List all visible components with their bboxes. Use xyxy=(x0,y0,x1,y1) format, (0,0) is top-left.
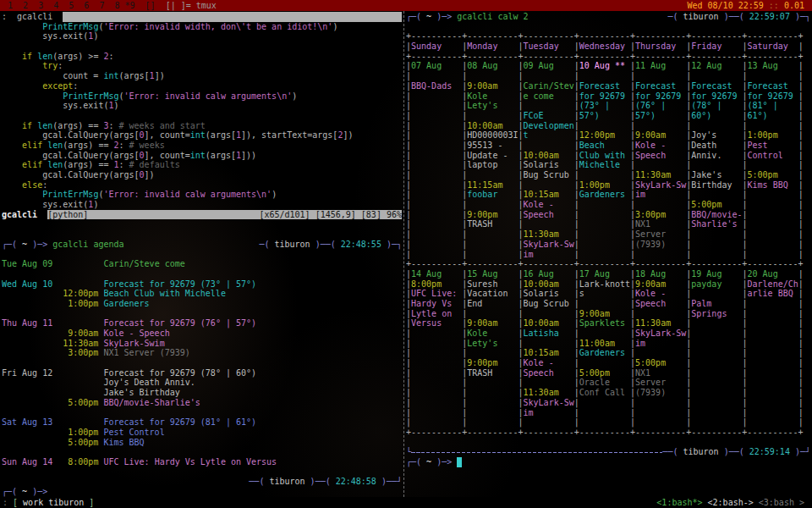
text-segment: (81° | xyxy=(748,101,798,111)
text-segment: : xyxy=(42,180,47,190)
text-segment: | xyxy=(798,269,804,279)
text-segment: len xyxy=(37,121,52,131)
text-segment: 5:00pm xyxy=(579,368,630,378)
left-shell-agenda: ┌─( ~ )─> gcalcli agenda─( tiburon )──( … xyxy=(2,229,402,497)
terminal-screen: 1 2 3 4 5 6 7 8 *9 [] [| ]= tmuxWed 08/1… xyxy=(0,0,812,508)
text-segment: laptop xyxy=(467,160,518,170)
text-segment xyxy=(635,348,686,358)
text-segment: 08 Aug xyxy=(467,61,518,71)
text-segment: )──┘ xyxy=(376,477,402,487)
terminal-line: sys.exit(1) xyxy=(2,101,402,111)
text-segment: 10:00am xyxy=(524,279,574,290)
terminal-line: |8:00pm |Suresh |10:00am |Lark-knott|9:0… xyxy=(406,279,810,290)
text-segment: Speech xyxy=(635,151,686,161)
text-segment: Jake's Birthday xyxy=(2,388,180,398)
text-segment xyxy=(748,240,798,250)
text-segment: tiburon xyxy=(269,477,304,487)
text-segment: 20 Aug xyxy=(748,269,798,279)
text-segment xyxy=(635,250,686,260)
text-segment: if xyxy=(22,121,37,131)
text-segment xyxy=(411,329,462,339)
terminal-line: | |Lety's | |11:00am |im | | | xyxy=(406,339,810,349)
text-segment: | xyxy=(798,417,804,428)
text-segment: ]) xyxy=(145,170,155,180)
text-segment: ) xyxy=(113,101,118,111)
text-segment xyxy=(748,219,798,229)
text-segment: [| ]= tmux xyxy=(166,0,217,11)
terminal-line: | |Kole |e come |for 92679 |for 92679 |f… xyxy=(406,91,810,102)
text-segment: FCoE xyxy=(524,111,574,121)
text-segment xyxy=(748,388,798,398)
text-segment xyxy=(411,388,462,398)
text-segment xyxy=(2,160,22,170)
text-segment xyxy=(748,348,798,358)
text-segment: | xyxy=(798,299,804,309)
text-segment: 60°) xyxy=(691,111,742,121)
terminal-line: 3:00pm NX1 Server (7939) xyxy=(2,348,402,358)
text-segment: Sunday xyxy=(411,41,462,52)
text-segment: Birthday xyxy=(691,180,742,190)
terminal-line: | |HD0000003I|t |12:00pm |9:00am |Joy's … xyxy=(406,130,810,141)
terminal-line: : gcalcli xyxy=(2,12,402,22)
terminal-line: 12:00pm Beach Club with Michelle xyxy=(2,289,402,299)
text-segment: Versus xyxy=(411,318,462,329)
text-segment xyxy=(579,240,630,250)
text-segment: Speech xyxy=(524,210,574,220)
text-segment: ┌─( xyxy=(406,12,426,22)
text-segment: Update - xyxy=(467,151,518,161)
text-segment: : xyxy=(108,52,113,62)
text-segment: (args) == xyxy=(63,141,113,151)
text-segment: | xyxy=(798,279,804,290)
terminal-line: | |TRASH |Speech |5:00pm |NX1 | | | xyxy=(406,368,810,378)
text-segment xyxy=(411,398,462,408)
text-segment: Kims BBQ xyxy=(748,180,798,190)
right-pane[interactable]: ┌─( ~ )─> gcalcli calw 2─( tiburon )──( … xyxy=(404,11,812,497)
text-segment: Kole - Speech xyxy=(98,329,169,339)
terminal-line: | | |Bug Scrub | |11:30am |Jake's |5:00p… xyxy=(406,170,810,180)
terminal-line: Joy's Death Anniv. xyxy=(2,378,402,388)
text-segment: )──( xyxy=(719,12,749,22)
terminal-line: |UFC Live: |Vacation |Solaris |s |Kole -… xyxy=(406,289,810,299)
terminal-line: PrintErrMsg('Error: invalid calw argumen… xyxy=(2,91,402,102)
terminal-line: 9:00am Kole - Speech xyxy=(2,329,402,339)
text-segment: sys.exit( xyxy=(2,200,88,210)
text-segment: UFC Live: Hardy Vs Lytle on Versus xyxy=(98,457,277,467)
text-segment: Beach Club with Michelle xyxy=(98,289,226,299)
text-segment: 10 Aug ** xyxy=(579,61,630,71)
text-segment xyxy=(467,111,518,121)
text-segment xyxy=(411,368,462,378)
text-segment: if xyxy=(22,52,37,62)
text-segment: TRASH xyxy=(467,219,518,229)
text-segment: Forecast xyxy=(579,81,630,91)
terminal-line: sys.exit(1) xyxy=(2,200,402,210)
text-segment: Forecast xyxy=(691,81,742,91)
text-segment: +----------+----------+----------+------… xyxy=(406,259,804,269)
text-segment: elif xyxy=(22,160,47,170)
text-segment: Conf Call xyxy=(579,388,630,398)
text-segment: )──( xyxy=(719,447,749,457)
terminal-line: gcal.CalQuery(args[0], count=int(args[1]… xyxy=(2,151,402,161)
text-segment: Kole xyxy=(467,91,518,102)
text-segment: PrintErrMsg xyxy=(42,190,98,200)
text-segment: 12:00pm xyxy=(2,289,98,299)
terminal-line: Sun Aug 14 8:00pm UFC Live: Hardy Vs Lyt… xyxy=(2,457,402,467)
terminal-line: |BBQ-Dads |9:00am |Carin/Stev|Forecast |… xyxy=(406,81,810,91)
text-segment: gcalcli xyxy=(2,210,47,220)
text-segment: Springs xyxy=(691,309,742,319)
text-segment: | xyxy=(798,121,804,131)
text-segment: 9:00am xyxy=(467,318,518,329)
text-segment xyxy=(691,408,742,418)
text-segment xyxy=(467,229,518,240)
text-segment xyxy=(411,170,462,180)
terminal-line: Fri Aug 12 Forecast for 92679 (78° | 60°… xyxy=(2,368,402,378)
terminal-line: | | |FCoE |57°) |57°) |60°) |61°) | xyxy=(406,111,810,121)
text-segment xyxy=(691,229,742,240)
text-segment: Michelle xyxy=(579,160,630,170)
text-segment xyxy=(748,329,798,339)
text-segment: Latisha xyxy=(524,329,574,339)
left-pane[interactable]: : gcalcli PrintErrMsg('Error: invalid wi… xyxy=(0,11,403,497)
spacer xyxy=(217,0,688,11)
text-segment xyxy=(411,408,462,418)
text-segment: | xyxy=(798,339,804,349)
text-segment xyxy=(691,190,742,200)
